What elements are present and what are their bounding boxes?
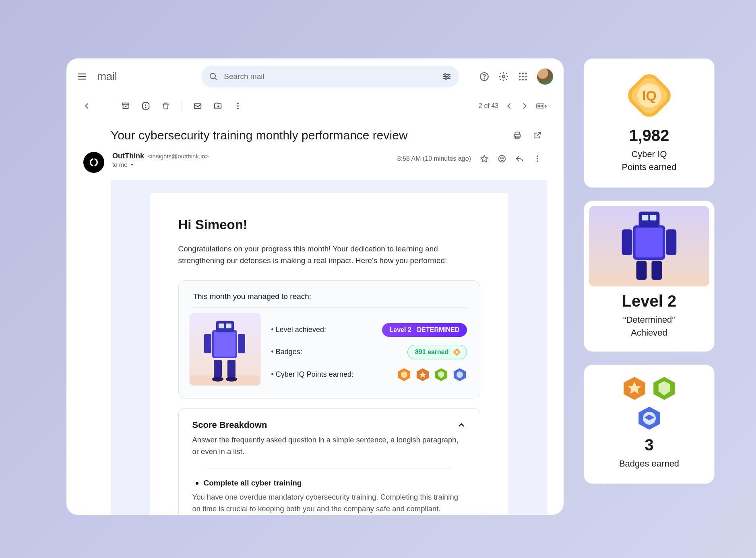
hex-badge-lion-icon (397, 367, 411, 382)
coin-icon (453, 348, 461, 356)
svg-point-36 (538, 106, 538, 107)
svg-point-68 (401, 371, 407, 378)
search-options-icon[interactable] (442, 72, 452, 81)
svg-rect-81 (636, 228, 663, 257)
svg-line-4 (215, 78, 217, 80)
score-heading: Score Breakdown (192, 420, 267, 430)
move-to-icon[interactable] (213, 102, 222, 110)
level-title: Level 2 (589, 292, 709, 310)
svg-point-34 (541, 105, 541, 105)
svg-point-66 (455, 351, 458, 354)
input-tools-icon[interactable] (535, 102, 547, 110)
score-item-body: You have one overdue mandatory cybersecu… (192, 492, 466, 514)
svg-rect-57 (219, 324, 224, 328)
svg-point-19 (525, 76, 527, 77)
delete-icon[interactable] (161, 102, 170, 110)
svg-point-35 (542, 105, 543, 105)
user-avatar[interactable] (537, 68, 553, 85)
svg-point-47 (499, 156, 506, 162)
recipient-dropdown[interactable]: to me (112, 161, 389, 168)
score-breakdown-box: Score Breakdown Answer the frequently as… (178, 408, 480, 515)
print-icon[interactable] (513, 131, 522, 140)
svg-rect-27 (194, 104, 201, 109)
svg-point-8 (444, 74, 446, 75)
hex-badge-cap-icon (636, 405, 662, 431)
svg-rect-84 (650, 215, 656, 220)
chevron-down-icon (130, 162, 134, 167)
email-greeting: Hi Simeon! (178, 217, 480, 232)
svg-point-39 (542, 106, 543, 107)
svg-point-37 (539, 106, 540, 107)
search-input[interactable] (224, 72, 436, 81)
badges-label: Badges earned (593, 457, 705, 470)
hamburger-menu-icon[interactable] (77, 71, 87, 82)
svg-point-10 (445, 78, 447, 79)
badge-hex-row (397, 367, 467, 382)
svg-rect-86 (666, 229, 676, 255)
achievement-side-cards: IQ 1,982 Cyber IQ Points earned (584, 58, 715, 484)
help-icon[interactable] (479, 71, 490, 82)
svg-point-64 (226, 377, 237, 382)
svg-point-9 (448, 76, 449, 77)
svg-point-14 (519, 73, 521, 74)
email-subject: Your cybersecurity training monthly perf… (111, 129, 505, 142)
sender-avatar (83, 152, 104, 173)
badges-pill-text: 891 earned (415, 348, 449, 356)
iq-points-line1: Cyber IQ (593, 148, 705, 161)
svg-marker-46 (481, 156, 488, 162)
svg-point-17 (519, 76, 521, 77)
open-new-window-icon[interactable] (533, 131, 542, 140)
archive-icon[interactable] (121, 102, 130, 110)
iq-points-value: 1,982 (593, 127, 705, 145)
mail-header: mail (66, 58, 564, 95)
svg-rect-31 (537, 104, 544, 108)
next-message-icon[interactable] (520, 102, 529, 110)
svg-point-28 (237, 103, 239, 104)
achievements-box: This month you managed to reach: (178, 280, 480, 398)
svg-rect-83 (642, 215, 649, 220)
achievements-heading: This month you managed to reach: (193, 292, 467, 308)
badges-label: Badges: (271, 348, 302, 356)
app-name: mail (97, 70, 117, 83)
svg-rect-79 (589, 274, 709, 286)
svg-point-20 (519, 79, 521, 80)
svg-point-49 (503, 158, 504, 158)
report-spam-icon[interactable] (141, 102, 150, 110)
svg-point-52 (537, 161, 538, 162)
svg-point-15 (522, 73, 524, 74)
svg-rect-61 (214, 360, 222, 378)
more-vert-icon[interactable] (233, 102, 242, 110)
svg-rect-88 (651, 261, 662, 280)
star-icon[interactable] (480, 154, 489, 163)
svg-rect-82 (639, 212, 660, 227)
svg-rect-23 (122, 103, 129, 105)
robot-illustration (189, 313, 261, 386)
svg-rect-85 (622, 229, 632, 255)
recipient-label: to me (112, 161, 128, 168)
badge-cluster (615, 375, 684, 431)
apps-grid-icon[interactable] (518, 71, 528, 82)
svg-rect-53 (190, 375, 261, 386)
svg-point-32 (538, 105, 538, 105)
level-card: Level 2 “Determined” Achieved (584, 201, 715, 352)
prev-message-icon[interactable] (505, 102, 514, 110)
message-toolbar: 2 of 43 (70, 95, 560, 115)
reaction-icon[interactable] (498, 154, 506, 163)
settings-gear-icon[interactable] (498, 71, 509, 82)
message-counter: 2 of 43 (479, 102, 498, 110)
svg-point-63 (212, 377, 223, 382)
search-bar[interactable] (201, 66, 459, 87)
email-timestamp: 8:58 AM (10 minutes ago) (397, 155, 471, 162)
more-vert-icon[interactable] (533, 154, 542, 163)
iq-badge-icon: IQ (623, 69, 675, 122)
reply-icon[interactable] (515, 154, 524, 163)
mark-unread-icon[interactable] (193, 102, 202, 110)
svg-rect-59 (204, 334, 211, 353)
score-item-title: Complete all cyber training (192, 479, 466, 487)
svg-point-29 (237, 105, 239, 107)
svg-text:IQ: IQ (642, 88, 657, 103)
collapse-chevron-icon[interactable] (456, 420, 466, 430)
robot-illustration (589, 206, 709, 286)
back-arrow-icon[interactable] (83, 102, 91, 110)
email-body-wrap: Hi Simeon! Congratulations on your progr… (111, 180, 547, 515)
